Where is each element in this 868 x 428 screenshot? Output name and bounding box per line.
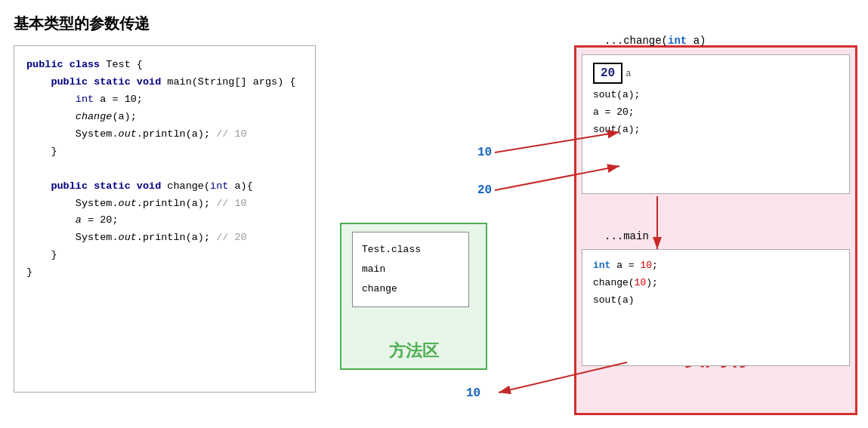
code-line-5: System.out.println(a); // 10 bbox=[26, 126, 303, 143]
frame-change-title: ...change(int a) bbox=[604, 35, 706, 47]
value-box-20: 20 bbox=[593, 63, 622, 84]
method-area-item-1: Test.class bbox=[362, 240, 459, 260]
frame-change-line-3: sout(a); bbox=[593, 122, 839, 139]
arrow-label-10-top: 10 bbox=[477, 146, 492, 159]
code-line-2: public static void main(String[] args) { bbox=[26, 74, 303, 91]
code-panel: public class Test { public static void m… bbox=[14, 45, 316, 393]
frame-change-line-1: sout(a); bbox=[593, 87, 839, 104]
method-area-item-2: main bbox=[362, 260, 459, 279]
frame-main-line-1: int a = 10; bbox=[593, 257, 839, 275]
code-line-9: a = 20; bbox=[26, 212, 303, 229]
method-area: Test.class main change 方法区 bbox=[340, 223, 487, 370]
code-line-6: } bbox=[26, 143, 303, 161]
frame-main-title: ...main bbox=[604, 230, 649, 242]
method-area-inner: Test.class main change bbox=[352, 232, 469, 307]
code-line-1: public class Test { bbox=[26, 57, 303, 74]
method-area-label: 方法区 bbox=[389, 340, 439, 362]
code-line-4: change(a); bbox=[26, 109, 303, 126]
arrow-label-10-bottom: 10 bbox=[466, 386, 480, 400]
page-title: 基本类型的参数传递 bbox=[14, 14, 150, 34]
frame-main: int a = 10; change(10); sout(a) bbox=[582, 249, 850, 366]
arrow-label-20: 20 bbox=[477, 183, 492, 197]
frame-change-line-2: a = 20; bbox=[593, 104, 839, 122]
frame-change: 20a sout(a); a = 20; sout(a); bbox=[582, 54, 850, 194]
code-line-11: } bbox=[26, 247, 303, 264]
frame-change-box-row: 20a bbox=[593, 63, 839, 84]
code-line-8: System.out.println(a); // 10 bbox=[26, 196, 303, 213]
method-area-item-3: change bbox=[362, 279, 459, 299]
frame-main-line-2: change(10); bbox=[593, 275, 839, 292]
code-line-12: } bbox=[26, 264, 303, 282]
code-line-7: public static void change(int a){ bbox=[26, 178, 303, 196]
code-line-blank bbox=[26, 161, 303, 178]
param-a-label: a bbox=[626, 69, 631, 79]
code-line-3: int a = 10; bbox=[26, 91, 303, 109]
frame-main-line-3: sout(a) bbox=[593, 292, 839, 309]
code-line-10: System.out.println(a); // 20 bbox=[26, 229, 303, 247]
